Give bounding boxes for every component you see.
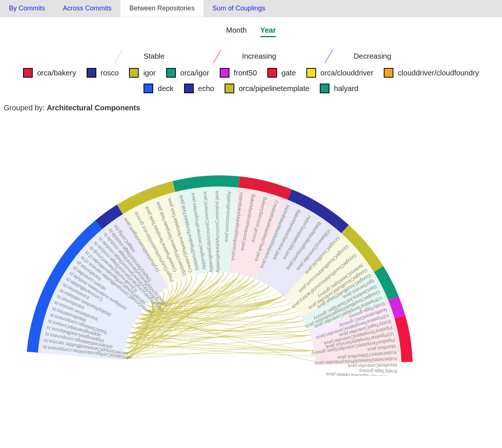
line-increasing-icon: [213, 49, 221, 63]
swatch-icon: [23, 68, 33, 78]
legend-stable-label: Stable: [144, 52, 165, 61]
subtab-year[interactable]: Year: [260, 26, 276, 37]
svg-text:EntityTags.groovy: EntityTags.groovy: [359, 368, 397, 374]
chord-diagram: allocationConfigurationRow.component.tss…: [4, 116, 435, 376]
swatch-icon: [225, 84, 234, 93]
legend-stable: Stable: [111, 52, 165, 61]
swatch-icon: [129, 68, 139, 78]
swatch-icon: [220, 68, 229, 78]
legend-category-gate[interactable]: gate: [267, 68, 296, 78]
svg-text:AppengineAddAccountCommand.jav: AppengineAddAccountCommand.java: [214, 191, 221, 273]
swatch-icon: [306, 68, 316, 78]
line-decreasing-icon: [325, 49, 333, 63]
legend-category-deck[interactable]: deck: [144, 84, 173, 93]
category-legend: orca/bakeryroscoigororca/igorfront50gate…: [0, 65, 502, 102]
legend-category-label: orca/pipelinetemplate: [239, 84, 309, 93]
legend-category-igor[interactable]: igor: [129, 68, 155, 78]
legend-category-halyard[interactable]: halyard: [320, 84, 358, 93]
legend-decreasing-label: Decreasing: [354, 52, 391, 61]
legend-category-label: echo: [198, 84, 214, 93]
legend-category-label: rosco: [101, 69, 119, 77]
swatch-icon: [144, 84, 153, 93]
tab-across-commits[interactable]: Across Commits: [54, 0, 120, 17]
legend-category-clouddriver-cloudfoundry[interactable]: clouddriver/cloudfoundry: [384, 68, 479, 78]
swatch-icon: [166, 68, 176, 78]
legend-category-front50[interactable]: front50: [220, 68, 257, 78]
legend-category-orca-igor[interactable]: orca/igor: [166, 68, 209, 78]
swatch-icon: [267, 68, 277, 78]
legend-category-label: orca/igor: [180, 69, 209, 77]
file-label[interactable]: EntityTags.groovy: [359, 368, 397, 374]
legend-category-label: igor: [143, 69, 155, 77]
tab-strip: By Commits Across Commits Between Reposi…: [0, 0, 502, 17]
grouped-by-value: Architectural Components: [47, 104, 140, 112]
grouped-by-line: Grouped by: Architectural Components: [0, 102, 502, 116]
file-label[interactable]: ManifestController.java: [348, 363, 397, 369]
legend-category-label: clouddriver/cloudfoundry: [398, 69, 479, 77]
file-label[interactable]: AppengineAddAccountCommand.java: [214, 191, 221, 273]
time-range-tabs: Month Year: [0, 17, 502, 40]
legend-category-label: halyard: [334, 84, 358, 93]
legend-category-label: orca/clouddriver: [321, 69, 373, 77]
swatch-icon: [184, 84, 194, 93]
legend-category-label: deck: [158, 84, 173, 93]
legend-category-orca-pipelinetemplate[interactable]: orca/pipelinetemplate: [225, 84, 309, 93]
line-stable-icon: [115, 49, 123, 63]
subtab-month[interactable]: Month: [226, 26, 247, 37]
legend-increasing-label: Increasing: [242, 52, 276, 61]
legend-category-label: orca/bakery: [37, 69, 76, 77]
tab-sum-of-couplings[interactable]: Sum of Couplings: [203, 0, 274, 17]
trend-legend: Stable Increasing Decreasing: [0, 40, 502, 65]
svg-text:ManifestController.java: ManifestController.java: [348, 363, 397, 369]
legend-category-orca-bakery[interactable]: orca/bakery: [23, 68, 76, 78]
legend-category-rosco[interactable]: rosco: [87, 68, 119, 78]
grouped-by-label: Grouped by:: [4, 104, 47, 112]
swatch-icon: [384, 68, 393, 78]
legend-decreasing: Decreasing: [321, 52, 391, 61]
legend-increasing: Increasing: [209, 52, 276, 61]
tab-between-repositories[interactable]: Between Repositories: [120, 0, 203, 17]
swatch-icon: [320, 84, 329, 93]
swatch-icon: [87, 68, 96, 78]
legend-category-orca-clouddriver[interactable]: orca/clouddriver: [306, 68, 373, 78]
tab-by-commits[interactable]: By Commits: [0, 0, 54, 17]
legend-category-echo[interactable]: echo: [184, 84, 214, 93]
legend-category-label: front50: [234, 69, 257, 77]
legend-category-label: gate: [281, 69, 296, 77]
